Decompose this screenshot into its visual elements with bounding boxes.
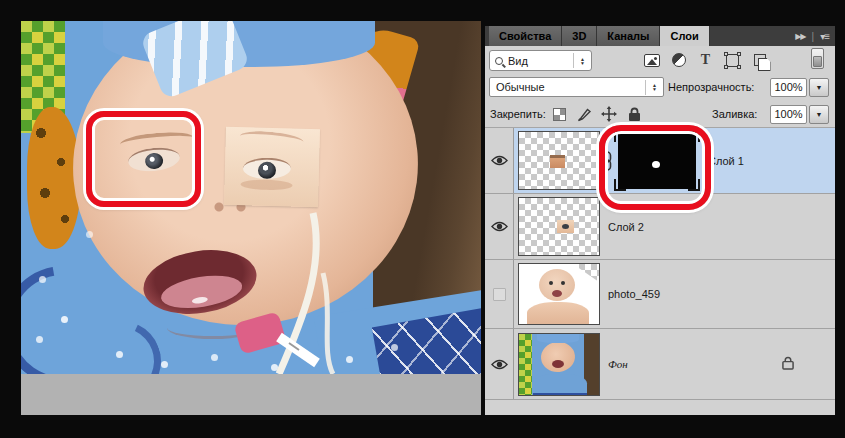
visibility-empty-well bbox=[493, 288, 506, 301]
annotation-eye-region bbox=[86, 111, 201, 207]
layer-name[interactable]: photo_459 bbox=[608, 288, 660, 300]
tab-3d[interactable]: 3D bbox=[562, 26, 597, 46]
filter-adjustment-layers-icon[interactable] bbox=[670, 52, 687, 68]
lock-all-icon[interactable] bbox=[626, 106, 642, 122]
blend-mode-select[interactable]: Обычные ▲▼ bbox=[489, 77, 664, 97]
lock-transparency-icon[interactable] bbox=[551, 106, 567, 122]
panel-menu-icon[interactable]: ▾≡ bbox=[820, 31, 829, 42]
filter-kind-dropdown[interactable]: Вид ▲▼ bbox=[489, 50, 592, 71]
lock-image-icon[interactable] bbox=[576, 106, 592, 122]
visibility-toggle[interactable] bbox=[485, 260, 514, 328]
eye-icon bbox=[491, 155, 508, 166]
opacity-value[interactable]: 100% bbox=[770, 78, 807, 97]
tabbar-separator: | bbox=[812, 31, 815, 42]
search-icon bbox=[495, 57, 503, 65]
lock-row: Закрепить: Заливка: 100% ▼ bbox=[485, 101, 835, 128]
visibility-toggle[interactable] bbox=[485, 194, 514, 259]
layer-thumbnail[interactable] bbox=[518, 333, 600, 396]
layer-filtering-toggle[interactable] bbox=[811, 48, 824, 69]
layers-panel-body: Вид ▲▼ T Об bbox=[485, 46, 835, 415]
filter-kind-value: Вид bbox=[508, 55, 573, 67]
layer-lock-icon bbox=[782, 356, 794, 372]
layer-row-photo459[interactable]: photo_459 bbox=[485, 260, 835, 329]
collapse-panel-icon[interactable]: ▶▶ bbox=[795, 32, 805, 41]
blend-mode-row: Обычные ▲▼ Непрозрачность: 100% ▼ bbox=[485, 74, 835, 101]
opacity-dropdown-arrow[interactable]: ▼ bbox=[809, 78, 829, 97]
blend-mode-value: Обычные bbox=[496, 81, 545, 93]
lock-label: Закрепить: bbox=[490, 108, 546, 120]
lock-position-icon[interactable] bbox=[601, 106, 617, 122]
panel-tab-bar: Свойства 3D Каналы Слои ▶▶ | ▾≡ bbox=[485, 26, 835, 46]
visibility-toggle[interactable] bbox=[485, 128, 514, 193]
dropdown-spinner-icon: ▲▼ bbox=[573, 53, 591, 68]
layer-list-footer bbox=[485, 400, 835, 414]
filter-shape-layers-icon[interactable] bbox=[724, 52, 741, 68]
fill-dropdown-arrow[interactable]: ▼ bbox=[809, 105, 829, 124]
layer-thumbnail[interactable] bbox=[518, 263, 600, 325]
photoshop-window: Свойства 3D Каналы Слои ▶▶ | ▾≡ Вид ▲▼ bbox=[0, 0, 845, 438]
layer-row-background[interactable]: Фон bbox=[485, 329, 835, 400]
filter-type-layers-icon[interactable]: T bbox=[697, 52, 714, 68]
dropdown-spinner-icon: ▲▼ bbox=[645, 80, 663, 95]
opacity-label: Непрозрачность: bbox=[668, 81, 754, 93]
visibility-toggle[interactable] bbox=[485, 329, 514, 399]
layer-filter-row: Вид ▲▼ T bbox=[485, 46, 835, 74]
filter-smart-objects-icon[interactable] bbox=[751, 52, 768, 68]
fill-value[interactable]: 100% bbox=[770, 105, 807, 124]
annotation-mask-thumbnail bbox=[599, 125, 711, 210]
eye-icon bbox=[491, 221, 508, 232]
eye-icon bbox=[491, 359, 508, 370]
layer-thumbnail[interactable] bbox=[518, 131, 600, 190]
fill-label: Заливка: bbox=[712, 108, 757, 120]
filter-pixel-layers-icon[interactable] bbox=[643, 52, 660, 68]
layers-panel: Свойства 3D Каналы Слои ▶▶ | ▾≡ Вид ▲▼ bbox=[485, 26, 835, 415]
layer-thumbnail[interactable] bbox=[518, 197, 600, 256]
pasteboard bbox=[21, 374, 481, 415]
layer-name[interactable]: Фон bbox=[608, 358, 628, 370]
layer-name[interactable]: Слой 2 bbox=[608, 221, 644, 233]
tab-layers[interactable]: Слои bbox=[660, 26, 709, 46]
layer-name[interactable]: Слой 1 bbox=[708, 155, 744, 167]
tab-channels[interactable]: Каналы bbox=[597, 26, 660, 46]
tab-properties[interactable]: Свойства bbox=[489, 26, 562, 46]
